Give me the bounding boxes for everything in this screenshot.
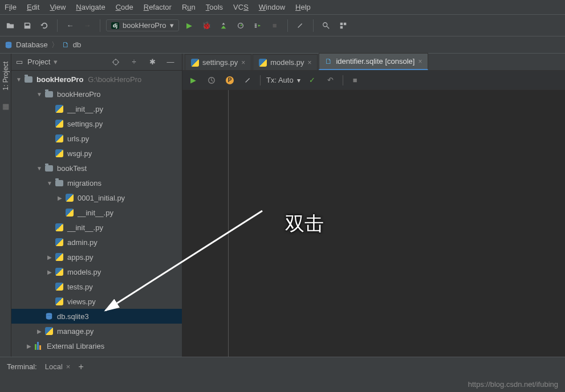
tree-item-settings-py[interactable]: settings.py [11,116,182,131]
lib-icon [34,341,43,350]
status-bar: https://blog.csdn.net/ifubing [0,376,565,392]
breadcrumb-database[interactable]: Database [5,40,48,49]
tree-label: 0001_initial.py [78,194,125,202]
tree-item-bookheropro[interactable]: ▼bookHeroPro [11,87,182,101]
open-button[interactable] [3,19,17,32]
menu-help[interactable]: Help [295,3,311,11]
expand-arrow-icon[interactable]: ▶ [46,269,54,275]
tree-item-admin-py[interactable]: admin.py [11,235,182,250]
menu-refactor[interactable]: Refactor [144,3,172,11]
editor-tab-models-py[interactable]: models.py× [253,54,318,70]
tree-item-booktest[interactable]: ▼bookTest [11,161,182,175]
tree-item-db-sqlite3[interactable]: db.sqlite3 [11,309,182,324]
locate-button[interactable] [109,55,123,69]
py-icon [55,282,64,291]
left-gutter: 1: Project ▦ [0,54,11,373]
tree-root[interactable]: ▼ bookHeroPro G:\bookHeroPro [11,72,182,87]
tree-item-models-py[interactable]: ▶models.py [11,264,182,279]
stop-console-button[interactable]: ■ [349,74,361,87]
menu-tools[interactable]: Tools [206,3,223,11]
menu-file[interactable]: File [5,3,17,11]
tree-item---init---py[interactable]: __init__.py [11,220,182,235]
commit-button[interactable]: ✓ [306,74,319,87]
project-panel-header: ▭ Project ▾ ÷ ✱ — [11,54,182,71]
terminal-label[interactable]: Terminal: [7,362,37,371]
py-icon [65,208,74,217]
rollback-button[interactable]: ↶ [324,74,337,87]
search-button[interactable] [319,19,333,32]
expand-arrow-icon[interactable]: ▼ [35,91,43,97]
save-button[interactable] [21,19,34,32]
tree-item-0001-initial-py[interactable]: ▶0001_initial.py [11,190,182,205]
tree-item-manage-py[interactable]: ▶manage.py [11,324,182,338]
expand-arrow-icon[interactable]: ▶ [25,343,33,349]
expand-arrow-icon[interactable]: ▶ [46,254,54,260]
hide-button[interactable]: — [164,55,177,69]
tree-item-views-py[interactable]: views.py [11,294,182,309]
editor-canvas[interactable] [182,90,565,373]
forward-button[interactable]: → [80,19,94,32]
editor-tab-identifier-sqlite--console-[interactable]: 🗋identifier.sqlite [console]× [319,53,428,70]
history-button[interactable] [205,74,218,87]
database-tool-icon[interactable]: ▦ [2,102,9,111]
menu-vcs[interactable]: VCS [233,3,249,11]
menu-edit[interactable]: Edit [27,3,39,11]
db-icon [44,312,54,321]
tree-item---init---py[interactable]: __init__.py [11,101,182,116]
menu-window[interactable]: Window [259,3,285,11]
settings-icon[interactable]: ✱ [145,55,159,69]
project-title[interactable]: Project ▾ [27,58,104,66]
stop-button[interactable]: ■ [268,19,282,32]
tx-mode-selector[interactable]: Tx: Auto ▾ [266,76,300,84]
tree-item-migrations[interactable]: ▼migrations [11,175,182,190]
structure-button[interactable] [336,19,350,32]
tree-item-tests-py[interactable]: tests.py [11,279,182,294]
debug-button[interactable]: 🐞 [200,19,213,32]
project-tree[interactable]: ▼ bookHeroPro G:\bookHeroPro ▼bookHeroPr… [11,71,182,373]
run-button[interactable]: ▶ [182,19,196,32]
wrench-button[interactable] [242,74,254,87]
tree-label: admin.py [67,238,97,247]
tree-item-external-libraries[interactable]: ▶External Libraries [11,338,182,353]
pin-button[interactable]: P [223,74,236,87]
expand-arrow-icon[interactable]: ▶ [56,195,64,201]
settings-button[interactable] [294,19,307,32]
menu-run[interactable]: Run [182,3,196,11]
menu-code[interactable]: Code [116,3,133,11]
execute-button[interactable]: ▶ [187,74,200,87]
collapse-button[interactable]: ÷ [127,55,141,69]
editor-tabs: settings.py×models.py×🗋identifier.sqlite… [182,54,565,71]
close-tab-button[interactable]: × [418,58,422,66]
folder-icon [55,178,64,187]
folder-icon [44,164,54,173]
tree-item-urls-py[interactable]: urls.py [11,131,182,146]
expand-arrow-icon[interactable]: ▼ [15,76,23,83]
coverage-button[interactable] [217,19,230,32]
back-button[interactable]: ← [63,19,77,32]
expand-arrow-icon[interactable]: ▶ [35,328,43,334]
terminal-local-tab[interactable]: Local × [45,362,71,371]
tree-label: db.sqlite3 [57,312,89,321]
tree-label: views.py [67,297,96,306]
project-tool-tab[interactable]: 1: Project [2,62,10,91]
expand-arrow-icon[interactable]: ▼ [46,180,54,186]
add-terminal-button[interactable]: + [78,362,83,372]
tree-item-wsgi-py[interactable]: wsgi.py [11,146,182,161]
menu-navigate[interactable]: Navigate [76,3,105,11]
svg-point-6 [113,59,119,64]
tree-label: __init__.py [67,223,103,232]
attach-button[interactable] [251,19,265,32]
editor-tab-settings-py[interactable]: settings.py× [185,54,251,70]
tree-item-apps-py[interactable]: ▶apps.py [11,250,182,264]
breadcrumb-db[interactable]: 🗋 db [62,40,81,49]
close-tab-button[interactable]: × [307,59,311,67]
sqlite-icon: 🗋 [62,40,70,49]
profile-button[interactable] [234,19,247,32]
tree-item---init---py[interactable]: __init__.py [11,205,182,220]
menu-view[interactable]: View [50,3,66,11]
run-config-selector[interactable]: dj bookHeroPro ▾ [106,19,179,31]
expand-arrow-icon[interactable]: ▼ [35,165,43,172]
close-tab-button[interactable]: × [241,59,245,67]
py-icon [191,59,199,67]
refresh-button[interactable] [38,19,51,32]
